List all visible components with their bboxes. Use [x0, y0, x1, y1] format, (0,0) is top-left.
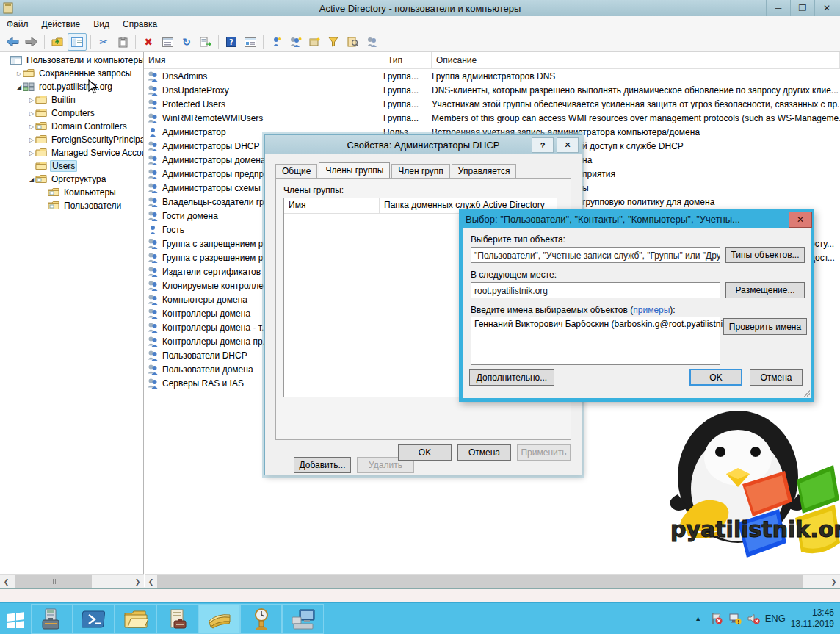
tree-item-пользователи-и-компьютеры-active-directory[interactable]: Пользователи и компьютеры Active Directo… — [0, 54, 143, 67]
menu-действие[interactable]: Действие — [35, 17, 87, 32]
tree-item-users[interactable]: Users — [0, 159, 143, 173]
expand-arrow-icon[interactable]: ▷ — [28, 137, 35, 143]
tab-управляется[interactable]: Управляется — [452, 164, 517, 179]
list-row[interactable]: DnsAdminsГруппа...Группа администраторов… — [144, 69, 840, 83]
clock[interactable]: 13:46 13.11.2019 — [791, 608, 834, 630]
cut-icon[interactable]: ✂ — [95, 34, 112, 50]
menu-файл[interactable]: Файл — [0, 17, 35, 32]
scroll-right-button[interactable]: ❯ — [828, 575, 840, 588]
tree-item-builtin[interactable]: ▷Builtin — [0, 93, 143, 107]
filter-icon[interactable] — [325, 34, 342, 50]
tree-item-root.pyatilistnik.org[interactable]: ◢root.pyatilistnik.org — [0, 80, 143, 93]
menu-вид[interactable]: Вид — [87, 17, 116, 32]
back-icon[interactable] — [4, 34, 21, 50]
delegation-icon[interactable] — [363, 34, 380, 50]
restore-button[interactable]: ❐ — [790, 0, 814, 16]
list-row[interactable]: Protected UsersГруппа...Участникам этой … — [144, 97, 840, 111]
ok-button[interactable]: OK — [689, 369, 742, 386]
tree-hscrollbar[interactable]: ❮ ❯ — [0, 574, 144, 588]
expand-arrow-icon[interactable]: ▷ — [15, 71, 23, 77]
start-button[interactable] — [0, 604, 31, 634]
add-button[interactable]: Добавить... — [294, 457, 351, 473]
expand-arrow-icon[interactable]: ▷ — [28, 110, 35, 117]
menu-справка[interactable]: Справка — [116, 17, 164, 32]
taskbar-devices-computer-button[interactable] — [282, 604, 324, 634]
minimize-button[interactable]: ─ — [766, 0, 790, 16]
console-tree-icon[interactable] — [68, 33, 87, 51]
tab-общие[interactable]: Общие — [275, 164, 317, 179]
group-icon — [147, 71, 159, 82]
expand-arrow-icon[interactable]: ▷ — [28, 150, 35, 156]
delete-icon[interactable]: ✖ — [140, 34, 157, 50]
tree-item-foreignsecurityprincipals[interactable]: ▷ForeignSecurityPrincipals — [0, 133, 143, 146]
title-bar[interactable]: Active Directory - пользователи и компью… — [0, 0, 840, 16]
scroll-thumb[interactable] — [15, 575, 92, 588]
expand-arrow-icon[interactable]: ▷ — [28, 123, 35, 130]
scroll-left-button[interactable]: ❮ — [0, 575, 12, 588]
members-column-name[interactable]: Имя — [284, 198, 380, 213]
location-button[interactable]: Размещение... — [725, 282, 805, 298]
taskbar-aduc-book-button[interactable] — [198, 604, 240, 634]
tree-item-сохраненные-запросы[interactable]: ▷Сохраненные запросы — [0, 67, 143, 80]
cancel-button[interactable]: Отмена — [457, 444, 511, 461]
properties-dialog-titlebar[interactable]: Свойства: Администраторы DHCP ? ✕ — [265, 135, 582, 154]
tree-item-пользователи[interactable]: Пользователи — [0, 199, 143, 212]
expand-arrow-icon[interactable]: ▷ — [28, 97, 35, 104]
collapse-arrow-icon[interactable]: ◢ — [15, 84, 23, 90]
new-ou-icon[interactable] — [305, 34, 323, 50]
help-icon[interactable]: ? — [222, 34, 240, 50]
scroll-right-button[interactable]: ❯ — [131, 575, 144, 588]
scroll-track[interactable] — [157, 575, 828, 588]
flag-alert-icon[interactable] — [710, 612, 723, 625]
advanced-button[interactable]: Дополнительно... — [469, 369, 554, 386]
column-header-type[interactable]: Тип — [383, 52, 432, 68]
close-button[interactable]: ✕ — [814, 0, 839, 16]
ok-button[interactable]: OK — [398, 444, 452, 461]
row-type: Группа... — [383, 71, 432, 82]
panel-view-icon[interactable] — [242, 34, 259, 50]
properties-icon[interactable] — [159, 34, 176, 50]
taskbar-mmc-tools-button[interactable] — [156, 604, 198, 634]
new-user-icon[interactable] — [267, 34, 285, 50]
paste-icon[interactable] — [114, 34, 131, 50]
group-icon — [147, 98, 159, 109]
taskbar-server-manager-button[interactable] — [31, 604, 73, 634]
list-row[interactable]: DnsUpdateProxyГруппа...DNS-клиенты, кото… — [144, 83, 840, 97]
export-list-icon[interactable] — [197, 34, 214, 50]
close-button[interactable]: ✕ — [789, 212, 812, 228]
forward-icon[interactable] — [23, 34, 40, 50]
taskbar-powershell-button[interactable] — [73, 604, 115, 634]
select-dialog-titlebar[interactable]: Выбор: "Пользователи", "Контакты", "Комп… — [459, 209, 814, 228]
cancel-button[interactable]: Отмена — [750, 369, 803, 386]
tray-expand-icon[interactable]: ▲ — [692, 612, 705, 625]
volume-muted-icon[interactable] — [747, 612, 760, 625]
find-object-icon[interactable] — [344, 34, 361, 50]
tree-item-computers[interactable]: ▷Computers — [0, 107, 143, 120]
close-button[interactable]: ✕ — [557, 137, 579, 153]
check-names-button[interactable]: Проверить имена — [723, 318, 807, 335]
taskbar-explorer-button[interactable] — [115, 604, 156, 634]
resize-grip[interactable] — [803, 390, 810, 397]
new-group-icon[interactable] — [286, 34, 304, 50]
tree-item-managed-service-accounts[interactable]: ▷Managed Service Accounts — [0, 146, 143, 159]
language-indicator[interactable]: ENG — [765, 613, 786, 624]
column-header-desc[interactable]: Описание — [432, 52, 840, 68]
column-header-name[interactable]: Имя — [144, 52, 383, 68]
object-types-button[interactable]: Типы объектов... — [725, 247, 805, 263]
tree-item-оргструктура[interactable]: ◢Оргструктура — [0, 173, 143, 186]
network-alert-icon[interactable]: ! — [728, 612, 742, 625]
tab-члены-группы[interactable]: Члены группы — [319, 162, 390, 179]
scroll-track[interactable] — [12, 575, 131, 588]
object-names-input[interactable]: Геннаний Викторович Барбоскин (barboskin… — [471, 317, 720, 365]
tree-item-domain-controllers[interactable]: ▷Domain Controllers — [0, 120, 143, 133]
help-button[interactable]: ? — [532, 137, 554, 153]
list-row[interactable]: WinRMRemoteWMIUsers__Группа...Members of… — [144, 111, 840, 125]
tab-член-групп[interactable]: Член групп — [391, 164, 450, 179]
taskbar-scheduler-clock-button[interactable] — [240, 604, 282, 634]
up-level-icon[interactable] — [48, 34, 66, 50]
collapse-arrow-icon[interactable]: ◢ — [28, 176, 35, 183]
examples-link[interactable]: примеры — [633, 305, 670, 315]
scroll-left-button[interactable]: ❮ — [145, 575, 157, 588]
tree-item-компьютеры[interactable]: Компьютеры — [0, 186, 143, 199]
refresh-icon[interactable]: ↻ — [178, 34, 195, 50]
